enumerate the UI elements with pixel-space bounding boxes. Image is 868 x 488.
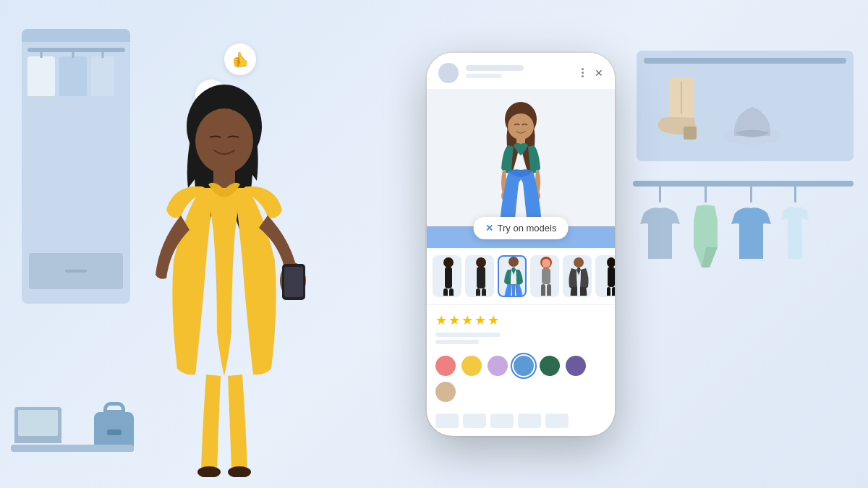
person-illustration <box>101 58 347 477</box>
svg-rect-31 <box>607 287 610 297</box>
color-swatch-coral[interactable] <box>435 356 456 376</box>
svg-point-24 <box>542 259 550 267</box>
shelf-top-rod <box>644 58 846 64</box>
svg-point-29 <box>607 257 615 267</box>
svg-rect-32 <box>612 287 615 297</box>
size-m[interactable] <box>490 414 514 428</box>
hanger-wire-3 <box>750 187 752 202</box>
svg-rect-34 <box>684 127 697 140</box>
svg-rect-22 <box>512 284 515 297</box>
svg-rect-27 <box>547 284 551 297</box>
laptop <box>14 407 61 443</box>
svg-point-6 <box>197 466 221 477</box>
size-xs[interactable] <box>435 414 459 428</box>
garment-1 <box>640 187 680 267</box>
phone-header: ✕ <box>427 53 615 89</box>
color-swatch-darkgreen[interactable] <box>540 356 560 376</box>
svg-rect-26 <box>541 284 545 297</box>
model-thumb-2[interactable] <box>465 255 494 297</box>
phone-title-line2 <box>466 74 502 78</box>
hanger-wire-1 <box>659 187 661 202</box>
garment-4 <box>777 187 813 267</box>
right-shelf-area <box>622 29 854 448</box>
top-shelf <box>637 51 854 161</box>
phone-avatar <box>438 63 459 83</box>
hat-svg <box>720 93 785 147</box>
size-selector <box>427 409 615 435</box>
color-swatch-purple[interactable] <box>566 356 586 376</box>
garment-svg-3 <box>731 202 771 260</box>
model-selector <box>427 248 615 305</box>
try-on-label: Try on models <box>498 223 557 234</box>
review-bar-1 <box>435 333 501 337</box>
phone-container: ✕ <box>427 53 615 436</box>
model-thumb-6[interactable] <box>595 255 615 297</box>
review-bars <box>435 333 606 337</box>
right-hanging-clothes <box>633 181 854 267</box>
boot-svg <box>651 74 709 147</box>
phone-actions: ✕ <box>576 67 603 80</box>
content-layer: 👍 👍 👍 <box>0 0 868 488</box>
svg-point-17 <box>476 257 486 267</box>
color-selector <box>427 348 615 409</box>
color-swatch-yellow[interactable] <box>461 356 482 376</box>
size-l[interactable] <box>518 414 541 428</box>
svg-point-9 <box>508 114 534 140</box>
phone-title-line1 <box>466 65 524 71</box>
try-on-models-button[interactable]: ✕ Try on models <box>474 217 569 239</box>
garments-row <box>633 187 854 267</box>
svg-rect-18 <box>477 267 485 288</box>
svg-rect-19 <box>476 288 480 297</box>
garment-svg-1 <box>640 202 680 260</box>
color-swatch-blue[interactable] <box>514 356 534 376</box>
review-bar-2 <box>435 340 479 344</box>
product-image-area: ✕ Try on models <box>427 89 615 248</box>
star-rating: ★ ★ ★ ★ ★ <box>435 312 606 328</box>
color-swatch-beige[interactable] <box>435 382 456 402</box>
clothes-rod <box>633 181 854 187</box>
model-thumb-3[interactable] <box>498 255 527 297</box>
svg-rect-20 <box>482 288 486 297</box>
star-5: ★ <box>488 312 499 328</box>
garment-3 <box>731 187 771 267</box>
star-4: ★ <box>475 312 486 328</box>
garment-svg-4 <box>777 202 813 260</box>
model-thumb-1[interactable] <box>433 255 461 297</box>
model-thumb-4[interactable] <box>530 255 559 297</box>
svg-rect-25 <box>542 268 550 284</box>
hanger-wire-4 <box>794 187 796 202</box>
model-figure-4 <box>532 257 559 297</box>
svg-point-7 <box>228 466 251 477</box>
garment-svg-2 <box>686 202 726 267</box>
star-1: ★ <box>435 312 447 328</box>
shelf-items <box>644 74 846 154</box>
svg-point-28 <box>574 257 584 267</box>
close-button[interactable]: ✕ <box>595 67 603 79</box>
stars-section: ★ ★ ★ ★ ★ <box>427 305 615 348</box>
laptop-screen <box>18 410 58 436</box>
main-scene: 👍 👍 👍 <box>0 0 868 488</box>
svg-rect-37 <box>694 220 718 249</box>
svg-point-21 <box>509 257 519 267</box>
model-figure-5 <box>564 257 592 297</box>
model-figure-6 <box>597 257 615 297</box>
shirt-item-2 <box>59 56 87 96</box>
hanger-wire-2 <box>705 187 707 202</box>
star-2: ★ <box>448 312 460 328</box>
model-thumb-5[interactable] <box>563 255 592 297</box>
model-figure-3 <box>499 257 527 297</box>
more-menu-icon[interactable] <box>576 67 589 80</box>
svg-rect-14 <box>445 267 452 288</box>
phone-title-bar <box>466 65 569 81</box>
size-s[interactable] <box>463 414 486 428</box>
size-xl[interactable] <box>545 414 569 428</box>
svg-rect-16 <box>449 288 454 297</box>
star-3: ★ <box>461 312 473 328</box>
svg-rect-15 <box>443 288 448 297</box>
svg-rect-5 <box>284 267 303 297</box>
color-swatch-lavender[interactable] <box>488 356 508 376</box>
shirt-item-1 <box>27 56 55 96</box>
garment-2 <box>686 187 726 267</box>
person-svg <box>101 58 347 477</box>
model-figure-1 <box>434 257 461 297</box>
